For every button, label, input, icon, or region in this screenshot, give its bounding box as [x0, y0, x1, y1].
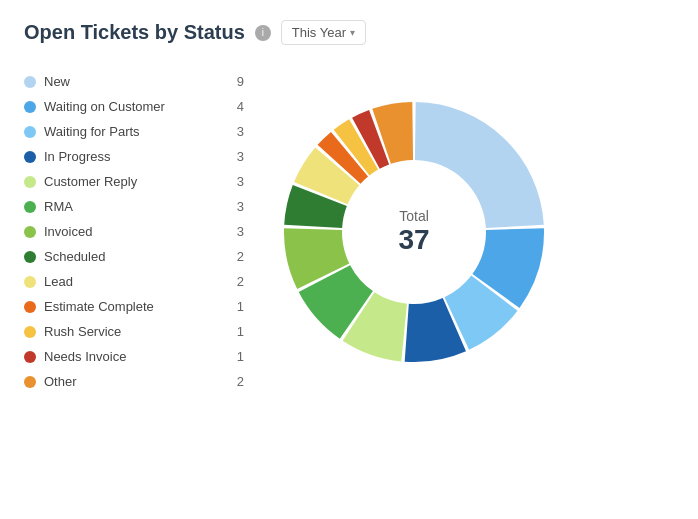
legend-label: Customer Reply	[44, 174, 137, 189]
page-title: Open Tickets by Status	[24, 21, 245, 44]
legend: New 9 Waiting on Customer 4 Waiting for …	[24, 69, 244, 394]
legend-value: 4	[237, 99, 244, 114]
legend-value: 3	[237, 224, 244, 239]
legend-value: 9	[237, 74, 244, 89]
legend-dot	[24, 251, 36, 263]
legend-value: 2	[237, 374, 244, 389]
total-value: 37	[398, 224, 429, 256]
legend-dot	[24, 276, 36, 288]
legend-label: Waiting for Parts	[44, 124, 140, 139]
chart-slice	[415, 102, 544, 228]
legend-label: Estimate Complete	[44, 299, 154, 314]
legend-dot	[24, 226, 36, 238]
legend-value: 3	[237, 199, 244, 214]
legend-dot	[24, 351, 36, 363]
legend-dot	[24, 301, 36, 313]
legend-label: Lead	[44, 274, 73, 289]
chart-center: Total 37	[398, 208, 429, 256]
list-item: Customer Reply 3	[24, 169, 244, 194]
period-selector[interactable]: This Year ▾	[281, 20, 366, 45]
legend-value: 3	[237, 124, 244, 139]
list-item: Invoiced 3	[24, 219, 244, 244]
legend-value: 1	[237, 299, 244, 314]
list-item: Lead 2	[24, 269, 244, 294]
legend-label: Rush Service	[44, 324, 121, 339]
legend-label: New	[44, 74, 70, 89]
legend-label: RMA	[44, 199, 73, 214]
legend-dot	[24, 176, 36, 188]
list-item: Waiting for Parts 3	[24, 119, 244, 144]
legend-dot	[24, 101, 36, 113]
legend-dot	[24, 126, 36, 138]
legend-label: Waiting on Customer	[44, 99, 165, 114]
legend-label: In Progress	[44, 149, 110, 164]
legend-dot	[24, 326, 36, 338]
info-icon[interactable]: i	[255, 25, 271, 41]
legend-label: Invoiced	[44, 224, 92, 239]
chart-content: New 9 Waiting on Customer 4 Waiting for …	[24, 69, 674, 394]
list-item: In Progress 3	[24, 144, 244, 169]
legend-label: Needs Invoice	[44, 349, 126, 364]
legend-dot	[24, 76, 36, 88]
list-item: Other 2	[24, 369, 244, 394]
donut-chart: Total 37	[264, 82, 564, 382]
legend-value: 3	[237, 149, 244, 164]
list-item: RMA 3	[24, 194, 244, 219]
list-item: Rush Service 1	[24, 319, 244, 344]
period-label: This Year	[292, 25, 346, 40]
legend-value: 2	[237, 249, 244, 264]
total-label: Total	[398, 208, 429, 224]
legend-label: Other	[44, 374, 77, 389]
list-item: Estimate Complete 1	[24, 294, 244, 319]
list-item: Needs Invoice 1	[24, 344, 244, 369]
chevron-down-icon: ▾	[350, 27, 355, 38]
legend-value: 2	[237, 274, 244, 289]
list-item: New 9	[24, 69, 244, 94]
legend-dot	[24, 376, 36, 388]
legend-value: 3	[237, 174, 244, 189]
legend-value: 1	[237, 349, 244, 364]
list-item: Waiting on Customer 4	[24, 94, 244, 119]
legend-value: 1	[237, 324, 244, 339]
legend-dot	[24, 201, 36, 213]
legend-label: Scheduled	[44, 249, 105, 264]
legend-dot	[24, 151, 36, 163]
list-item: Scheduled 2	[24, 244, 244, 269]
